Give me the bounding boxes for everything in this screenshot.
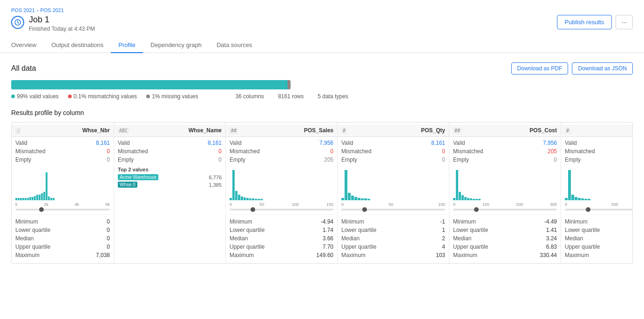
all-data-title: All data <box>11 64 36 73</box>
mismatch-dot <box>68 95 72 98</box>
col-type-whse-nbr: : <box>15 128 21 134</box>
download-pdf-button[interactable]: Download as PDF <box>511 62 569 75</box>
job-icon <box>11 16 24 29</box>
col-head-whse-nbr: : Whse_Nbr <box>12 124 114 137</box>
app-container: POS 2021 › POS 2021 Job 1 Finished Today… <box>0 0 644 319</box>
chart-net-ship-qty <box>565 168 633 200</box>
all-data-header: All data Download as PDF Download as JSO… <box>11 62 633 75</box>
col-head-net-ship-qty: # Net_Ship_Qty <box>561 124 633 137</box>
content: All data Download as PDF Download as JSO… <box>0 53 644 316</box>
chart-axis-4: 050100 <box>341 202 445 207</box>
col-name-whse-name: Whse_Name <box>189 127 222 134</box>
valid-dot <box>11 95 15 98</box>
all-data-bar <box>11 80 291 89</box>
tab-dependency-graph[interactable]: Dependency graph <box>143 38 209 53</box>
col-type-pos-cost: ## <box>453 128 461 134</box>
col-name-whse-nbr: Whse_Nbr <box>82 127 110 134</box>
all-data-section: All data Download as PDF Download as JSO… <box>11 62 633 100</box>
mismatch-row-1: Mismatched0 <box>15 147 110 156</box>
column-pos-cost: ## POS_Cost Valid7,956 Mismatched205 Emp… <box>449 122 561 263</box>
download-buttons: Download as PDF Download as JSON <box>511 62 633 75</box>
column-pos-qty: # POS_Qty Valid8,161 Mismatched0 Empty0 <box>338 122 449 263</box>
all-data-bar-container <box>11 80 633 89</box>
column-pos-sales: ## POS_Sales Valid7,956 Mismatched0 Empt… <box>226 122 338 263</box>
slider-4[interactable] <box>341 209 445 210</box>
slider-5[interactable] <box>453 209 557 210</box>
col-name-pos-qty: POS_Qty <box>421 127 445 134</box>
job-info: Job 1 Finished Today at 4:43 PM <box>11 15 95 32</box>
top2-bar-1: Acme Warehouse 6,776 <box>118 174 222 180</box>
col-name-net-ship-qty: Net_Ship_Qty <box>632 127 633 134</box>
columns-container: : Whse_Nbr Valid8,161 Mismatched0 Empty0 <box>11 122 633 264</box>
col-head-whse-name: ABC Whse_Name <box>114 124 225 137</box>
valid-row-2: Valid8,161 <box>118 139 222 147</box>
mismatch-legend: 0.1% mismatching values <box>68 93 137 100</box>
chart-axis-5: 0100200300 <box>453 202 557 207</box>
chart-axis-3: 050100150 <box>230 202 333 207</box>
data-legend: 99% valid values 0.1% mismatching values… <box>11 93 633 100</box>
empty-row-2: Empty0 <box>118 156 222 164</box>
missing-bar-segment <box>288 80 291 89</box>
chart-pos-qty <box>341 168 445 200</box>
more-options-button[interactable]: ··· <box>616 15 633 29</box>
valid-bar-segment <box>11 80 288 89</box>
chart-axis-1: k2k4k6k <box>15 202 110 207</box>
tabs-container: Overview Output destinations Profile Dep… <box>11 38 633 53</box>
col-type-pos-sales: ## <box>230 128 238 134</box>
valid-label: 99% valid values <box>17 93 59 100</box>
top2-title: Top 2 values <box>118 167 222 172</box>
chart-pos-sales <box>230 168 333 200</box>
col-type-pos-qty: # <box>341 128 347 134</box>
columns-count: 36 columns <box>236 93 264 100</box>
col-type-whse-name: ABC <box>118 128 129 134</box>
job-row: Job 1 Finished Today at 4:43 PM Publish … <box>11 15 633 32</box>
breadcrumb-sep: › <box>37 7 39 13</box>
chart-pos-cost <box>453 168 557 200</box>
col-type-net-ship-qty: # <box>565 128 570 134</box>
chart-whse-nbr <box>15 168 110 200</box>
job-title: Job 1 <box>29 15 95 25</box>
top2-count-2: 1,385 <box>209 182 222 188</box>
col-head-pos-sales: ## POS_Sales <box>226 124 337 137</box>
tab-data-sources[interactable]: Data sources <box>209 38 260 53</box>
job-details: Job 1 Finished Today at 4:43 PM <box>29 15 95 32</box>
tab-profile[interactable]: Profile <box>111 38 143 53</box>
column-whse-nbr: : Whse_Nbr Valid8,161 Mismatched0 Empty0 <box>12 122 114 263</box>
stats-bottom-1: Minimum0 Lower quartile0 Median0 Upper q… <box>15 214 110 259</box>
col-name-pos-cost: POS_Cost <box>529 127 557 134</box>
slider-3[interactable] <box>230 209 333 210</box>
column-whse-name: ABC Whse_Name Valid8,161 Mismatched0 Emp… <box>114 122 226 263</box>
mismatch-label: 0.1% mismatching values <box>74 93 137 100</box>
top2-bar-2: Whse 0 1,385 <box>118 182 222 188</box>
mismatch-row-2: Mismatched0 <box>118 147 222 156</box>
chart-axis-6: 0200400 <box>565 202 633 207</box>
header: POS 2021 › POS 2021 Job 1 Finished Today… <box>0 0 644 53</box>
col-head-pos-cost: ## POS_Cost <box>449 124 561 137</box>
rows-count: 8161 rows <box>278 93 304 100</box>
publish-results-button[interactable]: Publish results <box>557 15 612 29</box>
top2-label-2: Whse 0 <box>118 182 137 188</box>
col-name-pos-sales: POS_Sales <box>304 127 333 134</box>
breadcrumb-item1[interactable]: POS 2021 <box>11 7 35 13</box>
column-net-ship-qty: # Net_Ship_Qty Valid7,956 Mismatched0 Em… <box>561 122 633 263</box>
data-types-count: 5 data types <box>318 93 348 100</box>
stats-summary: 36 columns 8161 rows 5 data types <box>236 93 348 100</box>
results-profile-title: Results profile by column <box>11 109 633 116</box>
header-actions: Publish results ··· <box>557 15 633 29</box>
breadcrumb-item2[interactable]: POS 2021 <box>40 7 64 13</box>
tab-output-destinations[interactable]: Output destinations <box>44 38 111 53</box>
job-status: Finished Today at 4:43 PM <box>29 26 95 32</box>
empty-row-1: Empty0 <box>15 156 110 164</box>
col-head-pos-qty: # POS_Qty <box>338 124 449 137</box>
top2-label-1: Acme Warehouse <box>118 174 158 180</box>
breadcrumb: POS 2021 › POS 2021 <box>11 7 633 13</box>
missing-dot <box>146 95 150 98</box>
slider-1[interactable] <box>15 209 110 210</box>
missing-label: 1% missing values <box>152 93 198 100</box>
valid-legend: 99% valid values <box>11 93 59 100</box>
top2-count-1: 6,776 <box>209 175 222 180</box>
download-json-button[interactable]: Download as JSON <box>572 62 633 75</box>
missing-legend: 1% missing values <box>146 93 198 100</box>
slider-6[interactable] <box>565 209 633 210</box>
tab-overview[interactable]: Overview <box>11 38 44 53</box>
